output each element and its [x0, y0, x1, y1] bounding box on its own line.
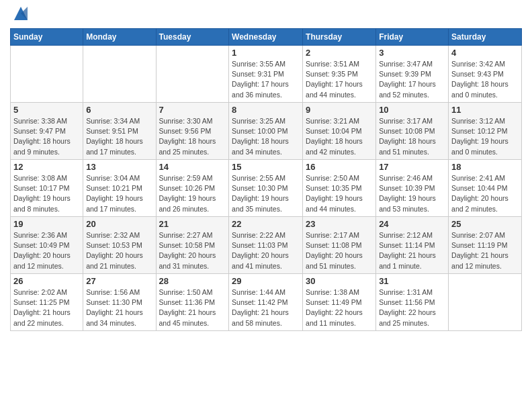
day-number: 7 — [159, 105, 226, 115]
day-number: 24 — [379, 219, 445, 229]
day-number: 20 — [86, 219, 152, 229]
day-info: Sunrise: 2:32 AM Sunset: 10:53 PM Daylig… — [86, 230, 152, 271]
day-number: 27 — [86, 276, 152, 286]
day-number: 31 — [379, 276, 445, 286]
day-number: 30 — [306, 276, 373, 286]
day-number: 16 — [306, 162, 373, 172]
calendar-cell: 31Sunrise: 1:31 AM Sunset: 11:56 PM Dayl… — [376, 274, 449, 331]
calendar-cell: 5Sunrise: 3:38 AM Sunset: 9:47 PM Daylig… — [11, 103, 83, 160]
day-info: Sunrise: 3:12 AM Sunset: 10:12 PM Daylig… — [451, 116, 519, 157]
day-info: Sunrise: 1:56 AM Sunset: 11:30 PM Daylig… — [86, 287, 152, 328]
day-info: Sunrise: 2:07 AM Sunset: 11:19 PM Daylig… — [451, 230, 519, 271]
calendar-cell: 3Sunrise: 3:47 AM Sunset: 9:39 PM Daylig… — [376, 46, 449, 103]
calendar-cell: 21Sunrise: 2:27 AM Sunset: 10:58 PM Dayl… — [156, 217, 229, 274]
calendar-cell — [156, 46, 229, 103]
day-info: Sunrise: 2:27 AM Sunset: 10:58 PM Daylig… — [159, 230, 226, 271]
calendar-cell: 11Sunrise: 3:12 AM Sunset: 10:12 PM Dayl… — [449, 103, 522, 160]
calendar-cell: 20Sunrise: 2:32 AM Sunset: 10:53 PM Dayl… — [83, 217, 156, 274]
calendar-cell: 7Sunrise: 3:30 AM Sunset: 9:56 PM Daylig… — [156, 103, 229, 160]
day-number: 6 — [86, 105, 152, 115]
day-info: Sunrise: 2:50 AM Sunset: 10:35 PM Daylig… — [306, 173, 373, 214]
calendar-cell: 23Sunrise: 2:17 AM Sunset: 11:08 PM Dayl… — [303, 217, 376, 274]
day-info: Sunrise: 3:04 AM Sunset: 10:21 PM Daylig… — [86, 173, 152, 214]
calendar-day-header: Tuesday — [156, 29, 229, 46]
day-info: Sunrise: 2:17 AM Sunset: 11:08 PM Daylig… — [306, 230, 373, 271]
calendar-cell: 2Sunrise: 3:51 AM Sunset: 9:35 PM Daylig… — [303, 46, 376, 103]
day-number: 26 — [13, 276, 80, 286]
calendar-cell: 12Sunrise: 3:08 AM Sunset: 10:17 PM Dayl… — [11, 160, 83, 217]
calendar-week-row: 26Sunrise: 2:02 AM Sunset: 11:25 PM Dayl… — [11, 274, 522, 331]
calendar-cell: 27Sunrise: 1:56 AM Sunset: 11:30 PM Dayl… — [83, 274, 156, 331]
calendar-week-row: 5Sunrise: 3:38 AM Sunset: 9:47 PM Daylig… — [11, 103, 522, 160]
day-info: Sunrise: 2:36 AM Sunset: 10:49 PM Daylig… — [13, 230, 80, 271]
day-number: 14 — [159, 162, 226, 172]
calendar-cell: 28Sunrise: 1:50 AM Sunset: 11:36 PM Dayl… — [156, 274, 229, 331]
calendar-cell: 26Sunrise: 2:02 AM Sunset: 11:25 PM Dayl… — [11, 274, 83, 331]
calendar-week-row: 19Sunrise: 2:36 AM Sunset: 10:49 PM Dayl… — [11, 217, 522, 274]
day-info: Sunrise: 3:25 AM Sunset: 10:00 PM Daylig… — [232, 116, 300, 157]
calendar-cell: 18Sunrise: 2:41 AM Sunset: 10:44 PM Dayl… — [449, 160, 522, 217]
calendar-cell: 8Sunrise: 3:25 AM Sunset: 10:00 PM Dayli… — [229, 103, 303, 160]
calendar-cell: 6Sunrise: 3:34 AM Sunset: 9:51 PM Daylig… — [83, 103, 156, 160]
day-number: 28 — [159, 276, 226, 286]
calendar-cell: 14Sunrise: 2:59 AM Sunset: 10:26 PM Dayl… — [156, 160, 229, 217]
day-number: 21 — [159, 219, 226, 229]
calendar-day-header: Thursday — [303, 29, 376, 46]
calendar-cell: 4Sunrise: 3:42 AM Sunset: 9:43 PM Daylig… — [449, 46, 522, 103]
calendar-cell — [83, 46, 156, 103]
day-info: Sunrise: 2:02 AM Sunset: 11:25 PM Daylig… — [13, 287, 80, 328]
day-info: Sunrise: 3:38 AM Sunset: 9:47 PM Dayligh… — [13, 116, 80, 157]
day-info: Sunrise: 3:08 AM Sunset: 10:17 PM Daylig… — [13, 173, 80, 214]
calendar-day-header: Sunday — [11, 29, 83, 46]
calendar-cell — [11, 46, 83, 103]
day-info: Sunrise: 3:55 AM Sunset: 9:31 PM Dayligh… — [232, 59, 300, 100]
calendar-cell: 16Sunrise: 2:50 AM Sunset: 10:35 PM Dayl… — [303, 160, 376, 217]
day-number: 13 — [86, 162, 152, 172]
calendar-cell: 25Sunrise: 2:07 AM Sunset: 11:19 PM Dayl… — [449, 217, 522, 274]
day-info: Sunrise: 3:51 AM Sunset: 9:35 PM Dayligh… — [306, 59, 373, 100]
day-number: 2 — [306, 48, 373, 58]
calendar-week-row: 12Sunrise: 3:08 AM Sunset: 10:17 PM Dayl… — [11, 160, 522, 217]
logo-icon — [11, 4, 30, 23]
day-info: Sunrise: 3:30 AM Sunset: 9:56 PM Dayligh… — [159, 116, 226, 157]
day-info: Sunrise: 2:41 AM Sunset: 10:44 PM Daylig… — [451, 173, 519, 214]
day-info: Sunrise: 3:42 AM Sunset: 9:43 PM Dayligh… — [451, 59, 519, 100]
calendar-cell: 19Sunrise: 2:36 AM Sunset: 10:49 PM Dayl… — [11, 217, 83, 274]
logo — [10, 7, 30, 23]
day-number: 10 — [379, 105, 445, 115]
calendar-cell: 13Sunrise: 3:04 AM Sunset: 10:21 PM Dayl… — [83, 160, 156, 217]
day-number: 19 — [13, 219, 80, 229]
page: SundayMondayTuesdayWednesdayThursdayFrid… — [0, 0, 532, 411]
day-number: 4 — [451, 48, 519, 58]
day-info: Sunrise: 2:22 AM Sunset: 11:03 PM Daylig… — [232, 230, 300, 271]
calendar-week-row: 1Sunrise: 3:55 AM Sunset: 9:31 PM Daylig… — [11, 46, 522, 103]
day-info: Sunrise: 3:17 AM Sunset: 10:08 PM Daylig… — [379, 116, 445, 157]
calendar-cell: 17Sunrise: 2:46 AM Sunset: 10:39 PM Dayl… — [376, 160, 449, 217]
day-number: 25 — [451, 219, 519, 229]
calendar-day-header: Wednesday — [229, 29, 303, 46]
day-number: 17 — [379, 162, 445, 172]
calendar-cell: 24Sunrise: 2:12 AM Sunset: 11:14 PM Dayl… — [376, 217, 449, 274]
calendar-cell: 9Sunrise: 3:21 AM Sunset: 10:04 PM Dayli… — [303, 103, 376, 160]
day-number: 9 — [306, 105, 373, 115]
day-info: Sunrise: 3:34 AM Sunset: 9:51 PM Dayligh… — [86, 116, 152, 157]
day-number: 3 — [379, 48, 445, 58]
day-number: 15 — [232, 162, 300, 172]
calendar-table: SundayMondayTuesdayWednesdayThursdayFrid… — [10, 28, 522, 331]
calendar-cell: 29Sunrise: 1:44 AM Sunset: 11:42 PM Dayl… — [229, 274, 303, 331]
calendar-cell: 1Sunrise: 3:55 AM Sunset: 9:31 PM Daylig… — [229, 46, 303, 103]
calendar-day-header: Saturday — [449, 29, 522, 46]
calendar-cell: 22Sunrise: 2:22 AM Sunset: 11:03 PM Dayl… — [229, 217, 303, 274]
day-number: 8 — [232, 105, 300, 115]
day-number: 12 — [13, 162, 80, 172]
day-number: 18 — [451, 162, 519, 172]
day-info: Sunrise: 3:21 AM Sunset: 10:04 PM Daylig… — [306, 116, 373, 157]
day-number: 1 — [232, 48, 300, 58]
calendar-cell: 10Sunrise: 3:17 AM Sunset: 10:08 PM Dayl… — [376, 103, 449, 160]
day-number: 22 — [232, 219, 300, 229]
day-info: Sunrise: 1:50 AM Sunset: 11:36 PM Daylig… — [159, 287, 226, 328]
day-number: 5 — [13, 105, 80, 115]
day-info: Sunrise: 2:46 AM Sunset: 10:39 PM Daylig… — [379, 173, 445, 214]
calendar-day-header: Friday — [376, 29, 449, 46]
day-number: 29 — [232, 276, 300, 286]
